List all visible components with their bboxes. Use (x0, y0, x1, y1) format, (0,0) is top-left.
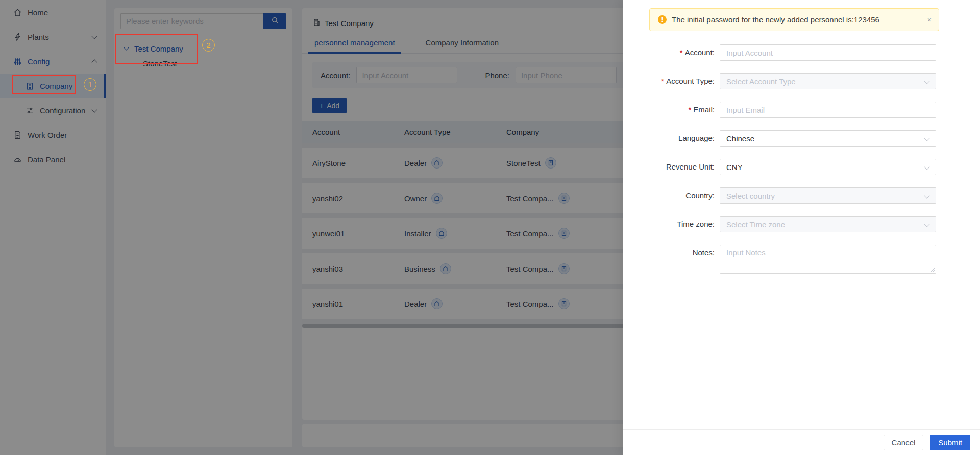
chevron-down-icon (924, 78, 929, 84)
notes-field[interactable] (720, 245, 936, 274)
add-personnel-form: *Account: *Account Type: Select Account … (623, 44, 980, 275)
cancel-button[interactable]: Cancel (884, 435, 924, 450)
field-label-revenue-unit: Revenue Unit: (623, 159, 720, 175)
field-label-email: *Email: (623, 102, 720, 118)
field-label-language: Language: (623, 130, 720, 147)
alert-close-icon[interactable]: × (927, 16, 932, 24)
annotation-number-1: 1 (84, 78, 96, 91)
field-label-time-zone: Time zone: (623, 216, 720, 232)
add-personnel-drawer: ! The initial password for the newly add… (623, 0, 980, 455)
chevron-down-icon (924, 164, 929, 170)
alert-text: The initial password for the newly added… (672, 15, 879, 24)
initial-password-alert: ! The initial password for the newly add… (649, 8, 939, 31)
account-type-select[interactable]: Select Account Type (720, 73, 936, 89)
language-select[interactable]: Chinese (720, 130, 936, 147)
chevron-down-icon (924, 135, 929, 141)
time-zone-select[interactable]: Select Time zone (720, 216, 936, 232)
annotation-box-step1 (12, 75, 76, 94)
chevron-down-icon (924, 221, 929, 227)
account-field[interactable] (720, 44, 936, 61)
field-label-notes: Notes: (623, 245, 720, 261)
submit-button[interactable]: Submit (930, 435, 970, 450)
warning-icon: ! (658, 15, 667, 24)
revenue-unit-select[interactable]: CNY (720, 159, 936, 175)
field-label-account: *Account: (623, 44, 720, 61)
drawer-footer: Cancel Submit (623, 429, 980, 455)
annotation-box-step2 (115, 34, 198, 64)
annotation-number-2: 2 (202, 39, 215, 52)
email-field[interactable] (720, 102, 936, 118)
country-select[interactable]: Select country (720, 187, 936, 204)
field-label-country: Country: (623, 187, 720, 204)
field-label-account-type: *Account Type: (623, 73, 720, 89)
chevron-down-icon (924, 193, 929, 198)
